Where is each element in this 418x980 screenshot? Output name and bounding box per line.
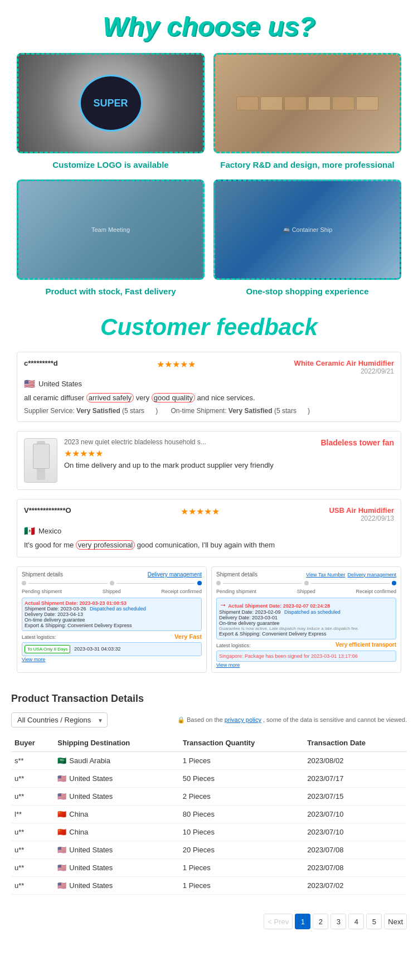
dest-flag: 🇺🇸	[57, 774, 66, 783]
buyer-cell: u**	[11, 859, 54, 877]
privacy-policy-link[interactable]: privacy policy	[225, 716, 261, 723]
quantity-cell: 10 Pieces	[179, 823, 304, 841]
quantity-cell: 50 Pieces	[179, 770, 304, 788]
review-text-1: all ceramic diffuser arrived safely very…	[24, 392, 394, 404]
destination-cell: 🇨🇳China	[54, 823, 179, 841]
shipment-card-1: Shipment details Delivery management Pen…	[17, 566, 207, 673]
buyer-cell: u**	[11, 823, 54, 841]
dest-flag: 🇸🇦	[57, 756, 66, 765]
dest-name: United States	[69, 846, 113, 854]
ship-status-labels-1: Pending shipment Shipped Receipt confirm…	[22, 589, 202, 594]
destination-cell: 🇺🇸United States	[54, 788, 179, 806]
page-button-3[interactable]: 3	[330, 914, 346, 929]
country-filter-select[interactable]: All Countries / Regions	[11, 712, 108, 727]
shipment-2-footer: Very efficient transport Latest logistic…	[216, 642, 396, 668]
status-confirmed-2: Receipt confirmed	[356, 589, 396, 594]
quantity-cell: 80 Pieces	[179, 806, 304, 823]
date-cell: 2023/07/17	[304, 770, 407, 788]
delivery-management-2[interactable]: Delivery management	[347, 572, 396, 578]
quantity-cell: 1 Pieces	[179, 859, 304, 877]
dest-flag: 🇺🇸	[57, 846, 66, 854]
dest-name: United States	[69, 774, 113, 783]
guarantee-2: On-time delivery guarantee	[219, 620, 393, 626]
why-grid: Customize LOGO is available Factory R&D …	[17, 53, 401, 297]
col-quantity: Transaction Quantity	[179, 734, 304, 752]
prev-page-button[interactable]: < Prev	[264, 914, 293, 929]
buyer-cell: s**	[11, 752, 54, 770]
feedback-title: Customer feedback	[17, 314, 401, 341]
date-cell: 2023/07/10	[304, 823, 407, 841]
buyer-cell: l**	[11, 806, 54, 823]
next-page-button[interactable]: Next	[384, 914, 407, 929]
review-header-2: V*************O ★★★★★ USB Air Humidifier…	[24, 506, 394, 522]
review-product-1: White Ceramic Air Humidifier	[294, 359, 394, 367]
why-label-1: Factory R&D and design, more professiona…	[213, 159, 401, 171]
logistics-note-2: Singapore: Package has been signed for 2…	[219, 653, 358, 659]
ship-dot-confirmed-1	[197, 581, 202, 585]
review-text-2: It's good for me very professional good …	[24, 540, 394, 551]
review-product-2: USB Air Humidifier	[329, 506, 394, 515]
page-button-5[interactable]: 5	[366, 914, 382, 929]
shipment-card-2: Shipment details View Tax Number Deliver…	[211, 566, 401, 673]
review2-before: It's good for me	[24, 541, 76, 549]
page-button-2[interactable]: 2	[313, 914, 328, 929]
view-more-1[interactable]: View more	[22, 657, 45, 662]
why-choose-us-section: Why choose us? Customize LOGO is availab…	[0, 0, 418, 308]
shipment-details-row: Shipment details Delivery management Pen…	[17, 566, 401, 673]
review-date-1: 2022/09/21	[294, 367, 394, 375]
col-destination: Shipping Destination	[54, 734, 179, 752]
table-row: l** 🇨🇳China 80 Pieces 2023/07/10	[11, 806, 407, 823]
reviewer-name-1: c*********d	[24, 359, 58, 367]
fan-text-middle: and up to the mark product	[116, 461, 207, 469]
quantity-cell: 2 Pieces	[179, 788, 304, 806]
table-row: u** 🇺🇸United States 50 Pieces 2023/07/17	[11, 770, 407, 788]
actual-shipment-date-2: → Actual Shipment Date: 2023-02-07 02:24…	[219, 600, 393, 609]
view-tax-number[interactable]: View Tax Number	[306, 572, 345, 578]
review-text-after-1: and nice services.	[195, 394, 255, 402]
fan-product-title: 2023 new quiet electric bladeless househ…	[64, 438, 206, 446]
filter-row: All Countries / Regions ▼ 🔒 Based on the…	[11, 712, 407, 727]
lock-icon: 🔒	[177, 716, 185, 723]
ship-line-3	[223, 583, 302, 584]
transaction-title: Product Transaction Details	[11, 693, 407, 705]
dest-name: United States	[69, 792, 113, 801]
review-text-mid-1: very	[134, 394, 152, 402]
shipment-2-header-left: Shipment details	[216, 571, 257, 578]
export-1: Export & Shipping: Convenient Delivery E…	[25, 623, 199, 628]
delivery-management-1[interactable]: Delivery management	[148, 571, 202, 578]
very-efficient-label: Very efficient transport	[336, 642, 396, 648]
shipment-date-1: Shipment Date: 2023-03-26 Dispatched as …	[25, 606, 199, 612]
buyer-cell: u**	[11, 841, 54, 859]
logistics-date-1: 2023-03-31 04:03:32	[74, 646, 121, 652]
col-buyer: Buyer	[11, 734, 54, 752]
stars-1: ★★★★★	[157, 359, 196, 370]
ship-dot-shipped-2	[304, 581, 309, 585]
page-button-4[interactable]: 4	[348, 914, 364, 929]
view-more-2[interactable]: View more	[216, 662, 240, 668]
country-filter-wrapper: All Countries / Regions ▼	[11, 712, 108, 727]
ship-status-bar-2	[216, 581, 396, 585]
review-text-before-1: all ceramic diffuser	[24, 394, 86, 402]
review-highlight1-1: arrived safely	[86, 393, 134, 402]
supplier-service-label: Supplier Service: Very Satisfied (5 star…	[24, 407, 158, 415]
table-header-row: Buyer Shipping Destination Transaction Q…	[11, 734, 407, 752]
why-image-meeting: Team Meeting	[17, 179, 205, 280]
transaction-table: Buyer Shipping Destination Transaction Q…	[11, 734, 407, 895]
page-button-1[interactable]: 1	[295, 914, 310, 929]
dest-name: China	[69, 828, 88, 836]
fan-review-text: On time delivery and up to the mark prod…	[64, 461, 394, 469]
destination-cell: 🇺🇸United States	[54, 877, 179, 895]
dest-flag: 🇨🇳	[57, 810, 66, 818]
dest-flag: 🇨🇳	[57, 828, 66, 836]
why-item-0: Customize LOGO is available	[17, 53, 205, 171]
flag-1: 🇺🇸	[24, 379, 35, 389]
date-cell: 2023/07/08	[304, 859, 407, 877]
date-cell: 2023/07/08	[304, 841, 407, 859]
shipment-detail-box-1: Actual Shipment Date: 2023-03-23 01:00:5…	[22, 598, 202, 631]
shipment-2-header-right: View Tax Number Delivery management	[306, 571, 396, 578]
customer-feedback-section: Customer feedback c*********d ★★★★★ Whit…	[0, 308, 418, 687]
shipment-card-2-header: Shipment details View Tax Number Deliver…	[216, 571, 396, 578]
ship-line-4	[311, 583, 390, 584]
table-row: u** 🇺🇸United States 1 Pieces 2023/07/02	[11, 877, 407, 895]
fan-review-card: 2023 new quiet electric bladeless househ…	[17, 431, 401, 490]
